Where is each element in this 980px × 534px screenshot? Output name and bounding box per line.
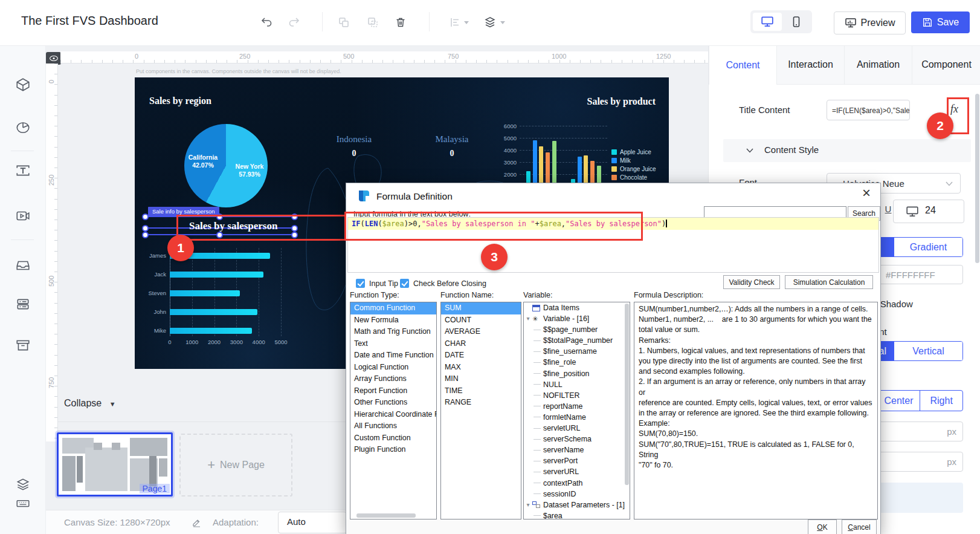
edit-pencil-icon[interactable] [192, 518, 201, 527]
tab-component[interactable]: Component [912, 45, 980, 85]
new-page-button[interactable]: + New Page [179, 434, 292, 497]
variable-item[interactable]: $fine_username [524, 346, 630, 357]
function-type-item[interactable]: Logical Function [350, 362, 436, 374]
tab-interaction[interactable]: Interaction [776, 45, 844, 85]
undo-icon[interactable] [260, 16, 273, 29]
vertical-scrollbar[interactable] [625, 304, 629, 485]
variable-item[interactable]: reportName [524, 401, 630, 412]
variable-item[interactable]: NOFILTER [524, 390, 630, 401]
variable-tree[interactable]: Data Items▾✳Variable - [16]$$page_number… [523, 302, 630, 519]
visibility-eye-icon[interactable] [46, 52, 61, 65]
function-type-item[interactable]: Math and Trig Function [350, 326, 436, 338]
check-before-closing-checkbox[interactable] [400, 279, 409, 288]
function-type-item[interactable]: Date and Time Function [350, 350, 436, 362]
function-type-item[interactable]: Hierarchical Coordinate F [350, 409, 436, 421]
adaptation-select[interactable]: Auto [278, 512, 347, 533]
function-type-item[interactable]: Custom Function [350, 432, 436, 444]
component-cube-icon[interactable] [15, 77, 31, 93]
variable-item[interactable]: NULL [524, 379, 630, 390]
asset-box-icon[interactable] [15, 337, 31, 353]
close-icon[interactable]: × [862, 184, 871, 201]
align-vertical-option[interactable]: Vertical [894, 342, 962, 360]
shortcut-keyboard-icon[interactable] [15, 495, 31, 511]
variable-item[interactable]: serverPort [524, 455, 630, 466]
align-center-option[interactable]: Center [877, 391, 920, 411]
canvas-hint: Put components in the canvas. Components… [136, 68, 341, 74]
save-button[interactable]: Save [911, 11, 970, 33]
horizontal-scrollbar[interactable] [356, 513, 416, 518]
function-type-item[interactable]: All Functions [350, 420, 436, 432]
function-type-list[interactable]: Common FunctionNew FormulaMath and Trig … [350, 302, 437, 519]
fill-gradient-option[interactable]: Gradient [894, 238, 962, 256]
variable-item[interactable]: $$totalPage_number [524, 335, 630, 346]
variable-item[interactable]: serverURL [524, 466, 630, 477]
variable-item[interactable]: contextPath [524, 478, 630, 489]
widget-tray-icon[interactable] [15, 258, 31, 273]
function-name-item[interactable]: AVERAGE [441, 326, 521, 338]
layers-icon[interactable] [15, 476, 31, 492]
page1-thumbnail[interactable]: Page1 [57, 432, 173, 497]
product-chart-title: Sales by product [527, 96, 656, 107]
align-icon[interactable] [448, 16, 462, 29]
variable-item[interactable]: ▾✳Variable - [16] [524, 313, 630, 324]
copy-icon[interactable] [337, 16, 350, 29]
validity-check-button[interactable]: Validity Check [723, 275, 780, 289]
mobile-icon [790, 16, 802, 28]
variable-item[interactable]: formletName [524, 412, 630, 423]
function-type-item[interactable]: Array Functions [350, 373, 436, 385]
panel-scrollbar[interactable] [975, 94, 979, 263]
variable-item[interactable]: serverName [524, 444, 630, 455]
variable-item[interactable]: servletURL [524, 423, 630, 434]
redo-icon[interactable] [288, 16, 301, 29]
variable-icon: ✳ [532, 316, 540, 322]
title-content-input[interactable]: =IF(LEN($area)>0,"Sales by salesperson i… [827, 100, 910, 120]
function-name-item[interactable]: COUNT [441, 314, 521, 327]
content-style-section[interactable]: Content Style [723, 139, 971, 162]
variable-item[interactable]: $area [524, 510, 630, 519]
collapse-toggle[interactable]: Collapse ▼ [64, 398, 116, 409]
function-name-item[interactable]: CHAR [441, 338, 521, 350]
toolbar-divider [429, 12, 430, 31]
variable-item[interactable]: serverSchema [524, 434, 630, 444]
tab-content[interactable]: Content [709, 45, 776, 85]
preview-button[interactable]: Preview [834, 11, 906, 34]
align-right-option[interactable]: Right [920, 391, 962, 411]
simulation-calculation-button[interactable]: Simulation Calculation [785, 275, 873, 289]
dataset-server-icon[interactable] [15, 296, 31, 312]
annotation-circle-3: 3 [481, 244, 508, 270]
cancel-button[interactable]: Cancel [842, 519, 877, 534]
variable-item[interactable]: Data Items [524, 302, 630, 313]
variable-item[interactable]: $fine_role [524, 357, 630, 368]
function-name-item[interactable]: MIN [441, 373, 521, 385]
function-type-item[interactable]: Report Function [350, 385, 436, 397]
app-window: The First FVS Dashboard [0, 0, 980, 534]
function-name-item[interactable]: SUM [441, 302, 521, 314]
chart-pie-icon[interactable] [15, 119, 31, 135]
function-name-list[interactable]: SUMCOUNTAVERAGECHARDATEMAXMINTIMERANGE [440, 302, 521, 519]
layer-order-icon[interactable] [483, 16, 497, 29]
desktop-icon [761, 16, 774, 28]
desktop-view-button[interactable] [753, 13, 782, 31]
variable-item[interactable]: $$page_number [524, 324, 630, 335]
delete-icon[interactable] [394, 16, 407, 29]
media-video-icon[interactable] [15, 208, 31, 224]
function-type-item[interactable]: Other Functions [350, 397, 436, 409]
ok-button[interactable]: OK [808, 519, 837, 534]
input-tip-checkbox[interactable] [356, 279, 365, 288]
variable-item[interactable]: sessionID [524, 489, 630, 500]
text-icon[interactable] [15, 163, 31, 178]
function-type-item[interactable]: Plugin Function [350, 444, 436, 456]
variable-item[interactable]: ▾Dataset Parameters - [1] [524, 500, 630, 510]
function-name-item[interactable]: DATE [441, 350, 521, 362]
function-name-item[interactable]: MAX [441, 362, 521, 374]
duplicate-icon[interactable] [366, 16, 379, 29]
mobile-view-button[interactable] [783, 13, 810, 31]
tab-animation[interactable]: Animation [844, 45, 912, 85]
function-type-item[interactable]: New Formula [350, 314, 436, 327]
function-type-item[interactable]: Text [350, 338, 436, 350]
font-size-control[interactable]: 24 [893, 200, 964, 223]
function-type-item[interactable]: Common Function [350, 302, 436, 314]
function-name-item[interactable]: TIME [441, 385, 521, 397]
function-name-item[interactable]: RANGE [441, 397, 521, 409]
variable-item[interactable]: $fine_position [524, 368, 630, 379]
